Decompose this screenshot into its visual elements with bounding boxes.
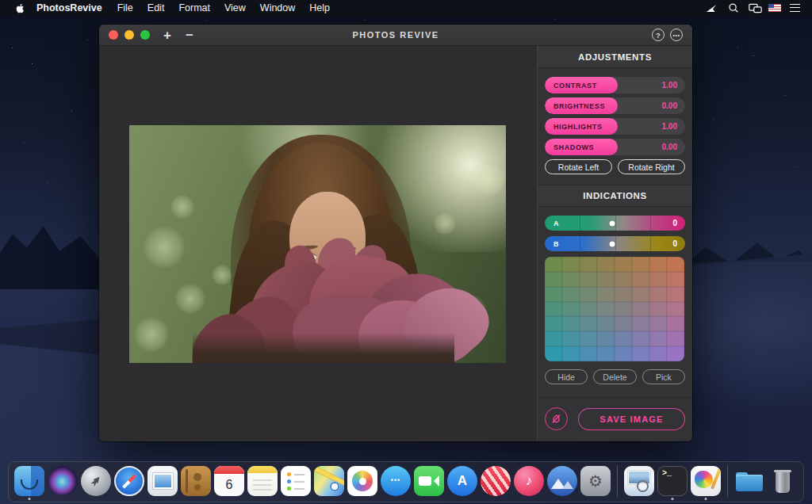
- color-grid-cell[interactable]: [649, 287, 667, 302]
- menu-edit[interactable]: Edit: [140, 2, 172, 13]
- delete-button[interactable]: Delete: [593, 369, 636, 384]
- color-grid-cell[interactable]: [580, 316, 597, 331]
- color-grid-cell[interactable]: [632, 346, 649, 361]
- dock-facetime[interactable]: [414, 466, 444, 496]
- color-grid-cell[interactable]: [632, 316, 649, 331]
- slider-fill[interactable]: CONTRAST: [545, 77, 618, 94]
- color-grid-cell[interactable]: [545, 302, 562, 317]
- color-grid-cell[interactable]: [597, 287, 615, 302]
- slider-fill[interactable]: SHADOWS: [545, 139, 618, 155]
- color-grid-cell[interactable]: [580, 346, 597, 361]
- color-grid-cell[interactable]: [615, 316, 632, 331]
- spotlight-search-icon[interactable]: [726, 2, 741, 14]
- dock-maps[interactable]: [314, 466, 344, 496]
- fullscreen-button[interactable]: [140, 30, 150, 40]
- slider-fill[interactable]: BRIGHTNESS: [545, 97, 618, 114]
- hide-button[interactable]: Hide: [545, 369, 588, 384]
- pick-button[interactable]: Pick: [642, 369, 685, 384]
- color-grid-cell[interactable]: [649, 346, 667, 361]
- dock-launchpad[interactable]: [81, 466, 111, 496]
- color-grid-cell[interactable]: [580, 272, 597, 287]
- pointer-share-icon[interactable]: [704, 2, 720, 14]
- color-grid-cell[interactable]: [632, 302, 649, 317]
- menu-format[interactable]: Format: [171, 2, 217, 13]
- save-image-button[interactable]: SAVE IMAGE: [578, 408, 685, 430]
- menu-help[interactable]: Help: [302, 2, 337, 13]
- slider-fill[interactable]: HIGHLIGHTS: [545, 118, 618, 135]
- dock-system-preferences[interactable]: ⚙: [580, 466, 611, 496]
- title-bar[interactable]: + − PHOTOS REVIVE ? •••: [99, 25, 692, 46]
- color-grid-cell[interactable]: [580, 302, 597, 317]
- color-grid-cell[interactable]: [649, 272, 667, 287]
- dock-trash[interactable]: [768, 466, 798, 496]
- dock-news[interactable]: [481, 466, 511, 496]
- dock-reminders[interactable]: [281, 466, 311, 496]
- input-source-us-flag-icon[interactable]: [768, 4, 781, 12]
- dock-messages[interactable]: •••: [381, 466, 411, 496]
- color-grid-cell[interactable]: [597, 257, 615, 272]
- color-grid-cell[interactable]: [632, 272, 649, 287]
- color-grid-cell[interactable]: [597, 331, 615, 346]
- slider-brightness[interactable]: BRIGHTNESS0.00: [545, 97, 685, 114]
- color-grid-cell[interactable]: [667, 331, 684, 346]
- color-grid-cell[interactable]: [562, 257, 580, 272]
- color-grid-cell[interactable]: [597, 316, 615, 331]
- color-grid-cell[interactable]: [615, 272, 632, 287]
- minimize-button[interactable]: [124, 30, 134, 40]
- menu-file[interactable]: File: [110, 2, 140, 13]
- color-grid-cell[interactable]: [580, 331, 597, 346]
- color-grid-cell[interactable]: [632, 257, 649, 272]
- zoom-in-button[interactable]: +: [156, 29, 178, 42]
- close-button[interactable]: [109, 30, 118, 40]
- color-grid-cell[interactable]: [562, 331, 580, 346]
- color-grid-cell[interactable]: [632, 331, 649, 346]
- axis-handle[interactable]: [609, 241, 615, 246]
- menu-view[interactable]: View: [217, 2, 253, 13]
- color-grid-cell[interactable]: [632, 287, 649, 302]
- toggle-brush-button[interactable]: [545, 407, 568, 430]
- dock-safari[interactable]: [114, 466, 144, 496]
- dock-calendar[interactable]: 6: [214, 466, 244, 496]
- dock-mail[interactable]: [147, 466, 178, 496]
- more-options-button[interactable]: •••: [670, 29, 683, 41]
- color-grid-cell[interactable]: [545, 316, 562, 331]
- color-grid-cell[interactable]: [597, 272, 615, 287]
- menu-window[interactable]: Window: [253, 2, 302, 13]
- color-grid-cell[interactable]: [615, 287, 632, 302]
- dock-terminal[interactable]: >_: [657, 466, 688, 496]
- color-grid-cell[interactable]: [545, 272, 562, 287]
- slider-highlights[interactable]: HIGHLIGHTS1.00: [545, 118, 685, 135]
- color-grid-cell[interactable]: [545, 257, 562, 272]
- color-grid-cell[interactable]: [615, 257, 632, 272]
- apple-menu-icon[interactable]: [11, 2, 29, 14]
- color-grid-cell[interactable]: [597, 302, 615, 317]
- slider-contrast[interactable]: CONTRAST1.00: [545, 77, 685, 94]
- airplay-displays-icon[interactable]: [747, 2, 763, 14]
- photo-canvas-image[interactable]: [129, 125, 506, 363]
- dock-finder[interactable]: [14, 466, 44, 496]
- menubar-app-name[interactable]: PhotosRevive: [29, 2, 110, 13]
- color-grid-cell[interactable]: [649, 316, 667, 331]
- color-grid-cell[interactable]: [597, 346, 615, 361]
- dock-contacts[interactable]: [181, 466, 211, 496]
- color-axis-a[interactable]: A0: [545, 216, 685, 231]
- color-grid-cell[interactable]: [649, 257, 667, 272]
- color-grid-cell[interactable]: [562, 272, 580, 287]
- dock-preview[interactable]: [624, 466, 654, 496]
- color-grid-cell[interactable]: [615, 331, 632, 346]
- color-grid-cell[interactable]: [667, 272, 684, 287]
- dock-downloads-folder[interactable]: [734, 466, 764, 496]
- color-grid-cell[interactable]: [562, 346, 580, 361]
- slider-shadows[interactable]: SHADOWS0.00: [545, 139, 685, 155]
- color-grid-cell[interactable]: [580, 257, 597, 272]
- dock-siri[interactable]: [48, 466, 78, 496]
- dock-app-store[interactable]: A: [447, 466, 477, 496]
- color-grid-cell[interactable]: [667, 257, 684, 272]
- help-button[interactable]: ?: [652, 29, 665, 41]
- dock-mountain-app[interactable]: [547, 466, 577, 496]
- dock-paint-app[interactable]: [691, 466, 721, 496]
- color-grid-cell[interactable]: [667, 316, 684, 331]
- color-grid-cell[interactable]: [562, 302, 580, 317]
- color-grid-cell[interactable]: [545, 346, 562, 361]
- rotate-right-button[interactable]: Rotate Right: [618, 159, 685, 174]
